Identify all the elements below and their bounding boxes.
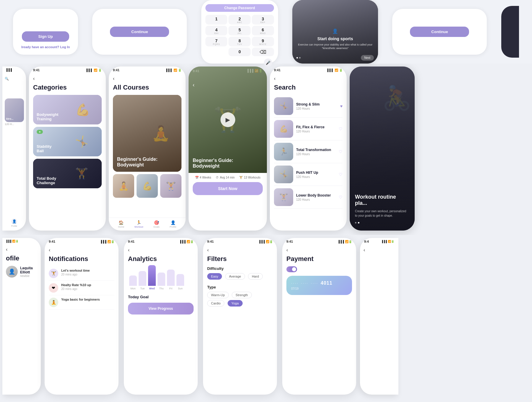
- cat-bodyweight[interactable]: 💪 BodyweightTraining: [33, 95, 102, 124]
- partial-search-icon[interactable]: 🔍: [5, 77, 24, 81]
- notif-item-1[interactable]: 🏋 Let's workout time 20 mins ago: [49, 266, 114, 281]
- course-thumb-2[interactable]: 💪: [137, 174, 158, 198]
- result-figure-2: 💪: [274, 120, 293, 138]
- heart-5[interactable]: ♡: [339, 195, 343, 200]
- result-info-5: Lower Body Booster 120 Hours: [296, 193, 336, 201]
- course-thumb-1[interactable]: 🧘: [113, 174, 134, 198]
- continue2-button[interactable]: Continue: [410, 27, 469, 37]
- video-back-button[interactable]: ‹: [193, 82, 194, 88]
- result-hours-5: 120 Hours: [296, 198, 336, 201]
- notif-text-1: Let's workout time: [61, 269, 90, 272]
- categories-status-bar: 9:41 ▌▌▌ 📶 🔋: [29, 67, 106, 72]
- pinpad-grid: 1 2ABC 3DEF 4GHI 5JKL 6MNO 7PQRS 8TUV 9W…: [205, 15, 274, 56]
- cat-bodyweight-label: BodyweightTraining: [37, 112, 59, 121]
- workout-title: Workout routine pla...: [355, 194, 409, 207]
- analytics-progress-bar[interactable]: View Progress: [128, 303, 194, 315]
- signup-button[interactable]: Sign Up: [22, 31, 69, 42]
- pinpad-key-5[interactable]: 5JKL: [228, 26, 251, 35]
- nav-workout[interactable]: 🏃Workout: [134, 220, 143, 228]
- partial-status-bar: ▌▌▌📶🔋: [2, 238, 41, 243]
- notif-text-wrap-2: Healty Rate %10 up 20 mins ago: [61, 283, 91, 291]
- pinpad-key-2[interactable]: 2ABC: [228, 15, 251, 25]
- chip-warmup[interactable]: Warm-Up: [207, 292, 229, 298]
- chip-yoga[interactable]: Yoga: [228, 300, 243, 307]
- pinpad-card: Change Password 1 2ABC 3DEF 4GHI 5JKL 6M…: [201, 0, 278, 64]
- pinpad-key-7[interactable]: 7PQRS: [205, 37, 228, 46]
- partial-right-back[interactable]: ‹: [364, 246, 365, 254]
- heart-2[interactable]: ♡: [339, 127, 343, 131]
- filters-back[interactable]: ‹: [207, 246, 209, 254]
- heart-3[interactable]: ♡: [339, 149, 343, 154]
- video-title: Beginner's Guide:Bodyweight: [193, 158, 233, 169]
- wifi-icon: 📶: [173, 69, 177, 72]
- mic-button[interactable]: 🎤: [264, 59, 272, 67]
- nav-home[interactable]: 🏠Home: [118, 220, 124, 228]
- notif-text-3: Yoga basic for beginners: [61, 298, 100, 301]
- notif-item-2[interactable]: ❤ Healty Rate %10 up 20 mins ago: [49, 281, 114, 295]
- search-result-2[interactable]: 💪 Fit, Flex & Fierce 120 Hours ♡: [274, 118, 343, 140]
- pinpad-key-1[interactable]: 1: [205, 15, 228, 25]
- result-info-2: Fit, Flex & Fierce 120 Hours: [296, 125, 336, 133]
- payment-time: 9:41: [286, 240, 293, 243]
- heart-4[interactable]: ♡: [339, 172, 343, 177]
- dumbbell-icon: 🏋: [239, 176, 243, 179]
- pinpad-key-4[interactable]: 4GHI: [205, 26, 228, 35]
- partial-profile-screen: ▌▌▌📶🔋 ‹ ofile 👤 Laquita Elliott newbie: [2, 238, 41, 395]
- chip-strength[interactable]: Strength: [232, 292, 252, 298]
- nav-goals[interactable]: 🎯Goals: [153, 220, 160, 228]
- payment-back[interactable]: ‹: [286, 246, 288, 254]
- heart-1[interactable]: ♥: [340, 104, 343, 108]
- notif-back[interactable]: ‹: [49, 246, 50, 254]
- pinpad-key-6[interactable]: 6MNO: [252, 26, 274, 35]
- analytics-back[interactable]: ‹: [128, 246, 129, 254]
- partial-back[interactable]: ‹: [6, 246, 7, 253]
- cat-stability-label: StabilityBall: [37, 144, 52, 153]
- search-back[interactable]: ‹: [274, 75, 275, 82]
- categories-screen: 9:41 ▌▌▌ 📶 🔋 ‹ Categories 💪 BodyweightTr…: [29, 67, 106, 231]
- search-result-1[interactable]: 🤸 Strong & Slim 120 Hours ♥: [274, 95, 343, 118]
- result-name-4: Push HIIT Up: [296, 171, 336, 175]
- nav-profile[interactable]: 👤Profile: [170, 220, 176, 228]
- cat-total[interactable]: 🏋 Total BodyChallenge: [33, 159, 102, 188]
- result-thumb-2: 💪: [274, 120, 293, 138]
- notif-item-3[interactable]: 🧘 Yoga basic for beginners: [49, 295, 114, 310]
- search-result-4[interactable]: 🤸 Push HIIT Up 120 Hours ♡: [274, 163, 343, 186]
- chip-hard[interactable]: Hard: [248, 273, 263, 280]
- card-number: 4011: [321, 281, 332, 286]
- pinpad-key-3[interactable]: 3DEF: [252, 15, 274, 25]
- cat-stability[interactable]: 🤸 ● StabilityBall: [33, 127, 102, 156]
- chip-easy[interactable]: Easy: [207, 273, 222, 280]
- payment-toggle[interactable]: [286, 266, 297, 272]
- next-button[interactable]: Next: [361, 55, 374, 61]
- pinpad-key-8[interactable]: 8TUV: [228, 37, 251, 46]
- pinpad-key-9[interactable]: 9WXYZ: [252, 37, 274, 46]
- courses-status-icons: ▌▌▌ 📶 🔋: [166, 69, 181, 72]
- difficulty-chips: Easy Average Hard: [207, 273, 273, 281]
- video-screen: 9:41 ▌▌▌📶🔋 ‹ 🏋 ▶ Beginner's Guide:Bodywe…: [189, 67, 267, 231]
- courses-back[interactable]: ‹: [113, 75, 114, 82]
- sports-card: 👤 Start doing sports Exercise can improv…: [292, 0, 378, 64]
- course-hero[interactable]: 🧘 Beginner's Guide:Bodyweight: [113, 95, 181, 172]
- course-thumb-3[interactable]: 🏋: [160, 174, 181, 198]
- notifications-screen: 9:41 ▌▌▌📶🔋 ‹ Notifications 🏋 Let's worko…: [45, 238, 119, 395]
- chip-cardio[interactable]: Cardio: [207, 300, 224, 307]
- wifi-icon: 📶: [335, 69, 338, 72]
- search-result-5[interactable]: 🏋 Lower Body Booster 120 Hours ♡: [274, 186, 343, 209]
- start-now-button[interactable]: Start Now: [193, 182, 263, 195]
- continue1-button[interactable]: Continue: [110, 27, 169, 37]
- courses-title: All Courses: [113, 84, 181, 91]
- toggle-knob: [292, 267, 296, 271]
- analytics-screen: 9:41 ▌▌▌📶🔋 ‹ Analytics Mon Tue: [124, 238, 198, 395]
- login-link[interactable]: Log In: [60, 45, 70, 49]
- search-screen: 9:41 ▌▌▌ 📶 🔋 ‹ Search 🤸 Strong & Slim: [270, 67, 347, 231]
- search-result-3[interactable]: 🏃 Total Transformation 120 Hours ♡: [274, 140, 343, 163]
- pinpad-key-0[interactable]: 0: [228, 48, 251, 56]
- chip-average[interactable]: Average: [225, 273, 245, 280]
- pinpad-delete-key[interactable]: ⌫: [252, 48, 274, 56]
- filters-title: Filters: [207, 255, 273, 263]
- categories-back[interactable]: ‹: [33, 75, 35, 82]
- result-hours-1: 120 Hours: [296, 107, 337, 110]
- play-button[interactable]: ▶: [220, 112, 235, 127]
- result-figure-1: 🤸: [274, 97, 293, 115]
- dot-2: [299, 57, 301, 59]
